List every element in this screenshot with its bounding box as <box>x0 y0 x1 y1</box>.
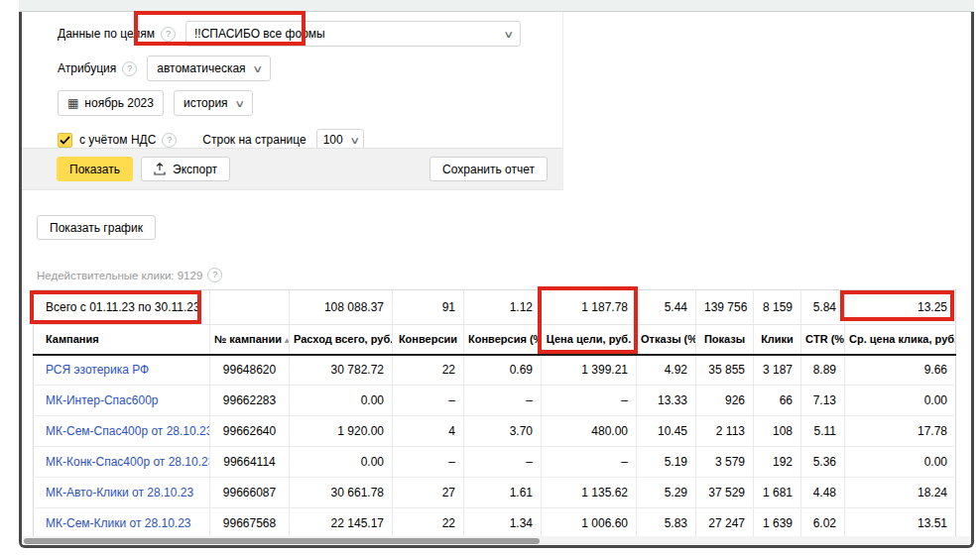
yandex-direct-report-screen: Данные по целям ? !!СПАСИБО все формы ∨ … <box>0 0 980 555</box>
vat-checkbox[interactable] <box>58 133 72 148</box>
campaign-link[interactable]: МК-Конк-Спас400р от 28.10.23 <box>46 455 210 469</box>
value-cell: 2 113 <box>696 416 754 447</box>
vat-help-icon[interactable]: ? <box>162 133 177 148</box>
value-cell: 13.33 <box>637 386 696 416</box>
column-header[interactable]: Конверсии <box>393 325 464 355</box>
export-button[interactable]: Экспорт <box>141 157 230 181</box>
campaign-id-cell: 99666087 <box>210 478 290 508</box>
campaign-link[interactable]: МК-Авто-Клики от 28.10.23 <box>46 486 193 500</box>
period-value: ноябрь 2023 <box>84 96 154 110</box>
history-select[interactable]: история ∨ <box>174 90 253 116</box>
calendar-icon: ▦ <box>67 97 78 109</box>
value-cell: 1 681 <box>754 478 801 508</box>
value-cell: 5.11 <box>801 416 845 447</box>
rows-per-page-label: Строк на странице <box>202 133 306 147</box>
column-header[interactable]: CTR (%) <box>801 325 845 355</box>
column-header[interactable]: Ср. цена клика, руб. <box>845 325 956 355</box>
campaign-cell: МК-Конк-Спас400р от 28.10.23 <box>34 447 210 478</box>
column-header[interactable]: Расход всего, руб. <box>290 325 393 355</box>
table-header-row: Кампания№ кампании▴Расход всего, руб.Кон… <box>34 325 956 355</box>
value-cell: 13.51 <box>845 508 956 539</box>
column-header[interactable]: Конверсия (%) <box>464 325 542 355</box>
horizontal-scrollbar-thumb[interactable] <box>24 538 540 544</box>
value-cell: 27 <box>393 478 464 508</box>
column-header[interactable]: № кампании▴ <box>210 325 290 355</box>
value-cell: 5.29 <box>637 478 696 508</box>
total-value-cell: 5.84 <box>801 290 845 325</box>
value-cell: 1 399.21 <box>542 355 637 386</box>
value-cell: 5.36 <box>801 447 845 478</box>
period-button[interactable]: ▦ ноябрь 2023 <box>58 90 164 116</box>
total-value-cell: 8 159 <box>754 290 801 325</box>
total-value-cell: 1.12 <box>464 290 542 325</box>
table-row: МК-Авто-Клики от 28.10.239966608730 661.… <box>34 478 956 508</box>
campaign-cell: МК-Интер-Спас600р <box>34 386 210 416</box>
sort-asc-icon: ▴ <box>285 335 289 345</box>
campaign-id-cell: 99662640 <box>210 416 290 447</box>
value-cell: 5.19 <box>637 447 696 478</box>
value-cell: 18.24 <box>845 478 956 508</box>
attribution-help-icon[interactable]: ? <box>122 61 137 76</box>
campaign-cell: МК-Сем-Клики от 28.10.23 <box>34 508 210 539</box>
value-cell: 1 135.62 <box>542 478 637 508</box>
vat-label: с учётом НДС <box>79 133 156 147</box>
attribution-label: Атрибуция <box>58 61 116 75</box>
value-cell: 66 <box>754 386 801 416</box>
chevron-down-icon: ∨ <box>252 63 263 74</box>
column-header[interactable]: Клики <box>754 325 801 355</box>
campaign-cell: РСЯ эзотерика РФ <box>34 355 210 386</box>
value-cell: 1.34 <box>464 508 542 539</box>
save-report-button[interactable]: Сохранить отчет <box>429 157 548 181</box>
highlight-avg-click-cost <box>840 290 954 321</box>
value-cell: 4.92 <box>637 355 696 386</box>
column-header[interactable]: Показы <box>696 325 754 355</box>
highlight-total-period <box>30 290 201 324</box>
export-upload-icon <box>154 163 166 175</box>
value-cell: 3 187 <box>754 355 801 386</box>
horizontal-scrollbar[interactable] <box>22 536 971 545</box>
value-cell: 1.61 <box>464 478 542 508</box>
table-row: РСЯ эзотерика РФ9964862030 782.72220.691… <box>34 355 956 386</box>
history-value: история <box>184 96 228 110</box>
campaign-link[interactable]: РСЯ эзотерика РФ <box>46 363 149 377</box>
checkmark-icon <box>60 136 70 145</box>
invalid-clicks-text: Недействительные клики: 9129 <box>37 270 202 281</box>
total-value-cell: 139 756 <box>696 290 754 325</box>
campaign-link[interactable]: МК-Интер-Спас600р <box>46 393 158 407</box>
total-empty-cell <box>210 290 290 325</box>
highlight-goal-select <box>134 11 306 46</box>
value-cell: 5.83 <box>637 508 696 539</box>
value-cell: 22 <box>393 355 464 386</box>
column-header[interactable]: Отказы (%) <box>637 325 696 355</box>
chevron-down-icon: ∨ <box>503 29 514 40</box>
show-button[interactable]: Показать <box>57 157 133 181</box>
value-cell: 35 855 <box>696 355 754 386</box>
column-header[interactable]: Кампания <box>34 325 210 355</box>
total-value-cell: 5.44 <box>637 290 696 325</box>
value-cell: 10.45 <box>637 416 696 447</box>
chevron-down-icon: ∨ <box>234 98 245 109</box>
show-chart-button[interactable]: Показать график <box>37 215 156 240</box>
value-cell: 192 <box>754 447 801 478</box>
table-row: МК-Интер-Спас600р996622830.00–––13.33926… <box>34 386 956 416</box>
table-row: МК-Сем-Клики от 28.10.239966756822 145.1… <box>34 508 956 539</box>
export-button-label: Экспорт <box>173 163 217 176</box>
campaign-link[interactable]: МК-Сем-Спас400р от 28.10.23 <box>46 424 210 438</box>
value-cell: – <box>464 386 542 416</box>
value-cell: 37 529 <box>696 478 754 508</box>
campaign-id-cell: 99664114 <box>210 447 290 478</box>
campaign-link[interactable]: МК-Сем-Клики от 28.10.23 <box>46 516 191 530</box>
value-cell: 3 579 <box>696 447 754 478</box>
value-cell: 27 247 <box>696 508 754 539</box>
value-cell: 0.00 <box>290 386 393 416</box>
panel-footer: Показать Экспорт Сохранить отчет <box>22 148 562 189</box>
invalid-clicks-help-icon[interactable]: ? <box>207 268 222 282</box>
value-cell: 0.00 <box>290 447 393 478</box>
value-cell: 22 145.17 <box>290 508 393 539</box>
attribution-value: автоматическая <box>157 61 245 75</box>
window-frame: Данные по целям ? !!СПАСИБО все формы ∨ … <box>19 12 974 548</box>
attribution-select[interactable]: автоматическая ∨ <box>147 56 271 81</box>
value-cell: 3.70 <box>464 416 542 447</box>
table-row: МК-Конк-Спас400р от 28.10.23996641140.00… <box>34 447 956 478</box>
value-cell: 4.48 <box>801 478 845 508</box>
